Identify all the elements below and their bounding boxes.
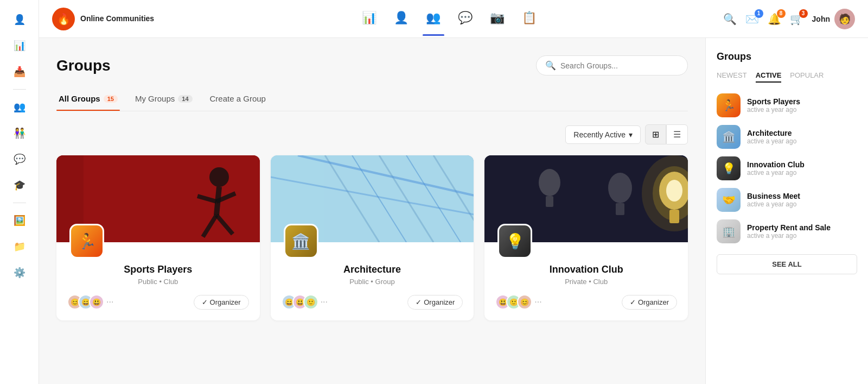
divider-1	[13, 89, 26, 90]
logo-text: Online Communities	[80, 14, 154, 23]
sidebar-icon-groups1[interactable]: 👥	[9, 96, 30, 118]
group-card-architecture: 🏛️ Architecture Public • Group 😄 �	[271, 155, 474, 320]
right-sidebar: Groups NEWEST ACTIVE POPULAR 🏃 Sports Pl…	[705, 38, 868, 384]
top-nav: 🔥 Online Communities 📊 👤 👥 💬 📷 📋 🔍 ✉️ 1 …	[39, 0, 868, 38]
sidebar-group-sports[interactable]: 🏃 Sports Players active a year ago	[717, 93, 857, 117]
card-title-innovation-club: Innovation Club	[495, 264, 677, 275]
sidebar-group-arch[interactable]: 🏛️ Architecture active a year ago	[717, 125, 857, 149]
member-avatars-architecture: 😄 😃 🙂 ···	[282, 294, 328, 310]
tab-my-groups[interactable]: My Groups 14	[133, 89, 195, 111]
nav-item-media[interactable]: 📷	[490, 11, 505, 27]
card-meta-architecture: Public • Group	[282, 278, 463, 286]
cart-badge: 3	[799, 9, 808, 18]
content-area: Groups 🔍 All Groups 15 My Groups 14 Crea…	[39, 38, 868, 384]
filter-row: Recently Active ▾ ⊞ ☰	[56, 124, 688, 144]
sidebar-icon-folders[interactable]: 📁	[9, 236, 30, 257]
member-more: ···	[321, 297, 328, 307]
user-area[interactable]: John 🧑	[812, 9, 855, 29]
card-avatar-architecture: 🏛️	[284, 224, 318, 259]
card-meta-sports-players: Public • Club	[67, 278, 249, 286]
groups-search-input[interactable]	[560, 61, 679, 70]
main-content: Groups 🔍 All Groups 15 My Groups 14 Crea…	[39, 38, 705, 384]
chevron-down-icon: ▾	[629, 130, 633, 139]
card-avatar-sports-players: 🏃	[69, 224, 104, 259]
sidebar-tab-newest[interactable]: NEWEST	[717, 71, 747, 83]
sidebar-group-prop[interactable]: 🏢 Property Rent and Sale active a year a…	[717, 219, 857, 243]
organizer-button-innovation-club[interactable]: ✓ Organizer	[622, 295, 677, 310]
member-avatar: 😊	[517, 294, 532, 310]
right-sidebar-tabs: NEWEST ACTIVE POPULAR	[717, 71, 857, 83]
notifications-button[interactable]: 🔔 8	[768, 12, 781, 26]
divider-2	[13, 203, 26, 203]
sidebar-icon-user[interactable]: 👤	[9, 9, 30, 30]
page-title: Groups	[56, 57, 111, 74]
logo-area[interactable]: 🔥 Online Communities	[52, 8, 154, 30]
messages-badge: 1	[755, 9, 763, 18]
sg-info-arch: Architecture active a year ago	[747, 129, 857, 145]
nav-item-profile[interactable]: 👤	[394, 11, 409, 27]
user-avatar: 🧑	[834, 9, 855, 29]
group-card-innovation-club: 💡 Innovation Club Private • Club 😃	[484, 155, 688, 320]
sg-name-arch: Architecture	[747, 129, 857, 137]
sidebar-icon-learn[interactable]: 🎓	[9, 174, 30, 196]
filter-dropdown[interactable]: Recently Active ▾	[565, 125, 641, 144]
tab-all-groups[interactable]: All Groups 15	[56, 89, 120, 111]
filter-label: Recently Active	[573, 130, 626, 139]
sidebar-icon-groups2[interactable]: 👫	[9, 122, 30, 144]
left-sidebar: 👤 📊 📥 👥 👫 💬 🎓 🖼️ 📁 ⚙️	[0, 0, 39, 384]
sidebar-icon-stats[interactable]: 📊	[9, 35, 30, 56]
sg-info-inno: Innovation Club active a year ago	[747, 160, 857, 177]
sg-avatar-arch: 🏛️	[717, 125, 741, 149]
sg-name-inno: Innovation Club	[747, 160, 857, 169]
sg-name-biz: Business Meet	[747, 192, 857, 200]
svg-rect-22	[616, 203, 624, 215]
organizer-button-architecture[interactable]: ✓ Organizer	[407, 295, 463, 310]
tab-create-group[interactable]: Create a Group	[208, 89, 268, 111]
right-sidebar-title: Groups	[717, 51, 857, 62]
main-wrapper: 🔥 Online Communities 📊 👤 👥 💬 📷 📋 🔍 ✉️ 1 …	[39, 0, 868, 384]
card-image-architecture: 🏛️	[271, 155, 474, 242]
groups-search-box[interactable]: 🔍	[536, 55, 688, 75]
svg-point-2	[209, 167, 229, 187]
sidebar-group-inno[interactable]: 💡 Innovation Club active a year ago	[717, 156, 857, 180]
nav-item-chat[interactable]: 💬	[458, 11, 473, 27]
nav-item-groups[interactable]: 👥	[426, 11, 441, 27]
list-view-button[interactable]: ☰	[666, 124, 688, 144]
notifications-badge: 8	[777, 9, 786, 18]
view-toggle: ⊞ ☰	[645, 124, 688, 144]
sg-avatar-prop: 🏢	[717, 219, 741, 243]
messages-button[interactable]: ✉️ 1	[745, 12, 759, 26]
sg-time-sports: active a year ago	[747, 106, 857, 114]
nav-item-stats[interactable]: 📊	[362, 11, 376, 27]
see-all-button[interactable]: SEE ALL	[717, 254, 857, 274]
sg-avatar-biz: 🤝	[717, 188, 741, 212]
checkmark-icon: ✓	[416, 298, 422, 306]
nav-item-docs[interactable]: 📋	[522, 11, 537, 27]
sidebar-tab-popular[interactable]: POPULAR	[790, 71, 824, 83]
card-footer-architecture: 😄 😃 🙂 ··· ✓ Organizer	[282, 294, 463, 312]
sg-info-prop: Property Rent and Sale active a year ago	[747, 223, 857, 240]
search-nav-button[interactable]: 🔍	[723, 12, 737, 26]
sidebar-icon-messages[interactable]: 💬	[9, 148, 30, 170]
page-header: Groups 🔍	[56, 55, 688, 75]
svg-point-19	[539, 169, 560, 196]
search-icon: 🔍	[545, 60, 556, 71]
logo-icon: 🔥	[52, 8, 75, 30]
sidebar-group-biz[interactable]: 🤝 Business Meet active a year ago	[717, 188, 857, 212]
sg-avatar-inno: 💡	[717, 156, 741, 180]
sg-time-arch: active a year ago	[747, 137, 857, 145]
sg-time-inno: active a year ago	[747, 169, 857, 177]
card-avatar-innovation-club: 💡	[497, 224, 532, 259]
sg-time-biz: active a year ago	[747, 200, 857, 208]
organizer-button-sports-players[interactable]: ✓ Organizer	[194, 295, 249, 310]
tab-my-groups-label: My Groups	[135, 94, 175, 103]
sidebar-icon-gallery[interactable]: 🖼️	[9, 210, 30, 231]
card-footer-sports-players: 😊 😄 😃 ··· ✓ Organizer	[67, 294, 249, 312]
member-avatar: 😃	[89, 294, 104, 310]
grid-view-button[interactable]: ⊞	[645, 124, 666, 144]
sidebar-icon-inbox[interactable]: 📥	[9, 61, 30, 83]
cart-button[interactable]: 🛒 3	[790, 12, 803, 26]
member-more: ···	[534, 297, 541, 307]
sidebar-tab-active[interactable]: ACTIVE	[756, 71, 782, 83]
sidebar-icon-settings[interactable]: ⚙️	[9, 262, 30, 284]
